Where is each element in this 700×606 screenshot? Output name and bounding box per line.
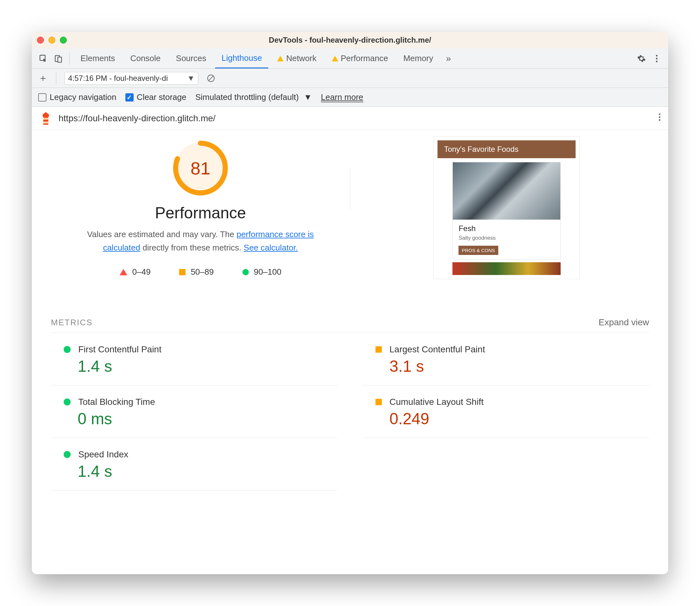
learn-more-link[interactable]: Learn more bbox=[321, 92, 363, 102]
throttling-selector[interactable]: Simulated throttling (default) ▼ bbox=[195, 92, 312, 102]
device-toggle-icon[interactable] bbox=[52, 52, 65, 65]
svg-line-7 bbox=[209, 76, 213, 80]
score-legend: 0–49 50–89 90–100 bbox=[120, 267, 282, 277]
svg-point-12 bbox=[659, 116, 660, 118]
report-selector[interactable]: 4:57:16 PM - foul-heavenly-di ▼ bbox=[65, 72, 198, 85]
tab-label: Network bbox=[286, 53, 316, 63]
metrics-heading: METRICS bbox=[51, 318, 93, 327]
performance-description: Values are estimated and may vary. The p… bbox=[70, 228, 331, 254]
window-zoom-button[interactable] bbox=[60, 37, 67, 44]
checkbox-icon bbox=[125, 93, 134, 101]
legend-average: 50–89 bbox=[179, 267, 214, 277]
metric-label: Cumulative Layout Shift bbox=[389, 397, 484, 407]
preview-button: PROS & CONS bbox=[459, 246, 498, 255]
more-tabs-icon[interactable]: » bbox=[442, 52, 455, 65]
window-title: DevTools - foul-heavenly-direction.glitc… bbox=[269, 36, 431, 45]
titlebar: DevTools - foul-heavenly-direction.glitc… bbox=[32, 32, 668, 48]
devtools-tabbar: Elements Console Sources Lighthouse Netw… bbox=[32, 48, 668, 69]
metric-item[interactable]: Cumulative Layout Shift0.249 bbox=[363, 386, 649, 438]
preview-card: Fesh Salty goodness PROS & CONS bbox=[453, 162, 561, 260]
expand-view-button[interactable]: Expand view bbox=[599, 317, 649, 327]
circle-icon bbox=[64, 398, 71, 405]
triangle-icon bbox=[120, 269, 127, 275]
legend-pass: 90–100 bbox=[242, 267, 282, 277]
metric-value: 1.4 s bbox=[78, 357, 337, 376]
tab-label: Memory bbox=[404, 53, 433, 63]
tab-performance[interactable]: Performance bbox=[325, 48, 394, 68]
square-icon bbox=[179, 269, 186, 275]
dropdown-arrow-icon: ▼ bbox=[304, 92, 312, 102]
metric-value: 1.4 s bbox=[78, 462, 337, 481]
svg-point-3 bbox=[656, 55, 658, 56]
lighthouse-toolbar: ＋ 4:57:16 PM - foul-heavenly-di ▼ bbox=[32, 69, 668, 88]
svg-point-4 bbox=[656, 57, 658, 59]
tab-lighthouse[interactable]: Lighthouse bbox=[215, 48, 268, 68]
svg-rect-8 bbox=[43, 116, 48, 125]
tab-label: Console bbox=[130, 53, 160, 63]
svg-rect-2 bbox=[58, 57, 62, 62]
tab-label: Elements bbox=[80, 53, 115, 63]
gauge-score: 81 bbox=[172, 140, 228, 196]
circle-icon bbox=[242, 269, 249, 275]
preview-product-subtitle: Salty goodness bbox=[459, 235, 555, 241]
metric-item[interactable]: Speed Index1.4 s bbox=[51, 438, 337, 490]
warning-icon bbox=[277, 56, 284, 62]
inspect-element-icon[interactable] bbox=[37, 52, 50, 65]
legacy-navigation-checkbox[interactable]: Legacy navigation bbox=[38, 92, 117, 102]
page-screenshot-preview: Tony's Favorite Foods Fesh Salty goodnes… bbox=[433, 136, 580, 279]
window-minimize-button[interactable] bbox=[48, 37, 55, 44]
metric-value: 3.1 s bbox=[389, 357, 649, 376]
preview-image bbox=[453, 162, 560, 219]
svg-point-13 bbox=[659, 119, 660, 121]
circle-icon bbox=[64, 451, 71, 458]
report-selector-label: 4:57:16 PM - foul-heavenly-di bbox=[68, 74, 168, 83]
settings-gear-icon[interactable] bbox=[635, 52, 648, 65]
tab-label: Sources bbox=[176, 53, 206, 63]
report-url-bar: https://foul-heavenly-direction.glitch.m… bbox=[32, 107, 668, 130]
metric-item[interactable]: Total Blocking Time0 ms bbox=[51, 386, 337, 438]
svg-rect-9 bbox=[43, 118, 48, 120]
tab-network[interactable]: Network bbox=[271, 48, 323, 68]
circle-icon bbox=[64, 346, 71, 353]
window-close-button[interactable] bbox=[37, 37, 44, 44]
svg-point-11 bbox=[659, 114, 660, 115]
preview-product-title: Fesh bbox=[459, 224, 555, 233]
svg-point-5 bbox=[656, 61, 658, 62]
lighthouse-options-bar: Legacy navigation Clear storage Simulate… bbox=[32, 88, 668, 107]
metric-value: 0 ms bbox=[78, 410, 337, 428]
warning-icon bbox=[332, 56, 338, 62]
tab-elements[interactable]: Elements bbox=[74, 48, 121, 68]
report-menu-icon[interactable] bbox=[659, 113, 660, 123]
metric-item[interactable]: Largest Contentful Paint3.1 s bbox=[363, 333, 649, 386]
tab-memory[interactable]: Memory bbox=[397, 48, 440, 68]
preview-image bbox=[453, 262, 561, 275]
throttling-label: Simulated throttling (default) bbox=[195, 92, 299, 102]
clear-report-icon[interactable] bbox=[204, 72, 217, 85]
tab-sources[interactable]: Sources bbox=[170, 48, 213, 68]
clear-storage-checkbox[interactable]: Clear storage bbox=[125, 92, 187, 102]
square-icon bbox=[376, 346, 382, 353]
checkbox-label: Legacy navigation bbox=[50, 92, 117, 102]
metric-label: Largest Contentful Paint bbox=[389, 344, 485, 354]
see-calculator-link[interactable]: See calculator. bbox=[244, 243, 298, 252]
checkbox-label: Clear storage bbox=[137, 92, 187, 102]
new-report-button[interactable]: ＋ bbox=[38, 72, 48, 85]
metric-item[interactable]: First Contentful Paint1.4 s bbox=[51, 333, 337, 386]
tab-label: Lighthouse bbox=[221, 53, 262, 63]
kebab-menu-icon[interactable] bbox=[650, 52, 663, 65]
checkbox-icon bbox=[38, 93, 46, 101]
metric-value: 0.249 bbox=[389, 410, 649, 428]
gauge-title: Performance bbox=[155, 204, 246, 222]
report-url: https://foul-heavenly-direction.glitch.m… bbox=[58, 113, 215, 123]
lighthouse-logo-icon bbox=[40, 111, 52, 125]
legend-fail: 0–49 bbox=[120, 267, 151, 277]
tab-console[interactable]: Console bbox=[124, 48, 167, 68]
metric-label: Total Blocking Time bbox=[78, 397, 155, 407]
square-icon bbox=[376, 399, 382, 405]
tab-label: Performance bbox=[341, 53, 388, 63]
svg-rect-10 bbox=[43, 122, 48, 123]
metric-label: Speed Index bbox=[78, 449, 128, 460]
preview-header: Tony's Favorite Foods bbox=[437, 140, 576, 158]
performance-gauge[interactable]: 81 bbox=[172, 140, 228, 196]
metric-label: First Contentful Paint bbox=[78, 344, 161, 354]
